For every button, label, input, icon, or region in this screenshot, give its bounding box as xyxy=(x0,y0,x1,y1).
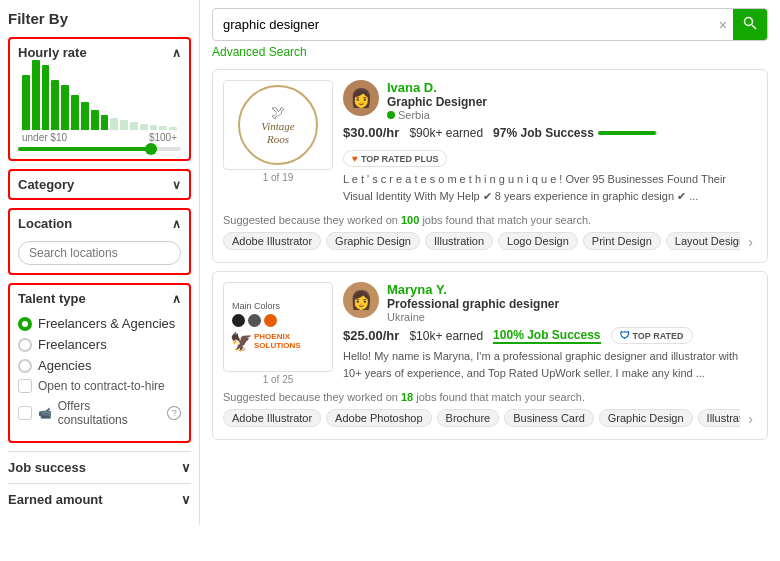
card-description-1: L e t ' s c r e a t e s o m e t h i n g … xyxy=(343,171,757,204)
talent-type-label: Talent type xyxy=(18,291,86,306)
location-search-container xyxy=(10,237,189,273)
job-success-chevron: ∨ xyxy=(181,460,191,475)
suggested-jobs-link-2[interactable]: 18 xyxy=(401,391,413,403)
tag-2-2[interactable]: Adobe Photoshop xyxy=(326,409,431,427)
vintage-text: VintageRoos xyxy=(261,120,294,146)
radio-dot xyxy=(22,321,28,327)
suggested-jobs-link-1[interactable]: 100 xyxy=(401,214,419,226)
tag-1-3[interactable]: Illustration xyxy=(425,232,493,250)
tags-more-chevron-2[interactable]: › xyxy=(744,409,757,429)
radio-freelancers-circle xyxy=(18,338,32,352)
category-label: Category xyxy=(18,177,74,192)
tag-2-4[interactable]: Business Card xyxy=(504,409,594,427)
job-success-filter[interactable]: Job success ∨ xyxy=(8,451,191,483)
bar-14 xyxy=(150,125,158,130)
location-label: Location xyxy=(18,216,72,231)
tags-more-chevron-1[interactable]: › xyxy=(744,232,757,252)
bar-6 xyxy=(71,95,79,130)
card-content-1: 👩 Ivana D. Graphic Designer Serbia xyxy=(343,80,757,208)
job-success-fill-1 xyxy=(598,131,656,135)
top-rated-badge-2: 🛡 TOP RATED xyxy=(611,327,693,344)
tag-2-1[interactable]: Adobe Illustrator xyxy=(223,409,321,427)
search-input[interactable] xyxy=(213,11,713,38)
radio-freelancers-label: Freelancers xyxy=(38,337,107,352)
job-success-2: 100% Job Success xyxy=(493,328,600,344)
talent-type-filter: Talent type ∧ Freelancers & Agencies Fre… xyxy=(8,283,191,443)
vintage-circle: 🕊 VintageRoos xyxy=(238,85,318,165)
freelancer-card-2: Main Colors 🦅 PHOENIXSOLUTIONS 1 of 25 xyxy=(212,271,768,440)
checkbox-contract-label: Open to contract-to-hire xyxy=(38,379,165,393)
tag-1-2[interactable]: Graphic Design xyxy=(326,232,420,250)
search-button[interactable] xyxy=(733,9,767,40)
earned-amount-label: Earned amount xyxy=(8,492,103,507)
tag-1-4[interactable]: Logo Design xyxy=(498,232,578,250)
search-icon xyxy=(743,16,757,30)
phoenix-bird-icon: 🦅 xyxy=(230,331,252,353)
slider-thumb[interactable] xyxy=(145,143,157,155)
color-dots xyxy=(232,314,277,327)
location-chevron: ∧ xyxy=(172,217,181,231)
category-filter: Category ∨ xyxy=(8,169,191,200)
radio-agencies-label: Agencies xyxy=(38,358,91,373)
card-content-2: 👩 Maryna Y. Professional graphic designe… xyxy=(343,282,757,385)
location-header[interactable]: Location ∧ xyxy=(10,210,189,237)
bar-16 xyxy=(169,127,177,130)
bar-15 xyxy=(159,126,167,130)
freelancer-card-1: 🕊 VintageRoos 1 of 19 👩 Ivana D. Graphic xyxy=(212,69,768,263)
person-info-1: Ivana D. Graphic Designer Serbia xyxy=(387,80,757,121)
tag-1-1[interactable]: Adobe Illustrator xyxy=(223,232,321,250)
histogram-labels: under $10 $100+ xyxy=(18,132,181,143)
hourly-rate-chevron: ∧ xyxy=(172,46,181,60)
advanced-search-link[interactable]: Advanced Search xyxy=(212,45,768,59)
checkbox-contract[interactable]: Open to contract-to-hire xyxy=(18,379,181,393)
video-icon: 📹 xyxy=(38,407,52,420)
card-top-2: 👩 Maryna Y. Professional graphic designe… xyxy=(343,282,757,323)
tag-2-3[interactable]: Brochure xyxy=(437,409,500,427)
tag-2-6[interactable]: Illustration xyxy=(698,409,741,427)
phoenix-text: PHOENIXSOLUTIONS xyxy=(254,333,301,351)
tag-1-5[interactable]: Print Design xyxy=(583,232,661,250)
avatar-icon-1: 👩 xyxy=(350,87,372,109)
card-logo-2: Main Colors 🦅 PHOENIXSOLUTIONS xyxy=(223,282,333,372)
badge-heart-icon: ♥ xyxy=(352,153,358,164)
histogram-slider[interactable] xyxy=(18,147,181,151)
location-filter: Location ∧ xyxy=(8,208,191,275)
help-icon[interactable]: ? xyxy=(167,406,181,420)
top-rated-plus-badge-1: ♥ TOP RATED PLUS xyxy=(343,150,447,167)
earned-amount-chevron: ∨ xyxy=(181,492,191,507)
radio-agencies-circle xyxy=(18,359,32,373)
bar-7 xyxy=(81,102,89,130)
hourly-rate-label: Hourly rate xyxy=(18,45,87,60)
earned-2: $10k+ earned xyxy=(409,329,483,343)
person-title-1: Graphic Designer xyxy=(387,95,757,109)
main-content: × Advanced Search 🕊 VintageRoos xyxy=(200,0,780,525)
card-top-1: 👩 Ivana D. Graphic Designer Serbia xyxy=(343,80,757,121)
job-success-1: 97% Job Success xyxy=(493,126,658,140)
person-info-2: Maryna Y. Professional graphic designer … xyxy=(387,282,757,323)
tag-1-6[interactable]: Layout Design xyxy=(666,232,741,250)
histogram-slider-fill xyxy=(18,147,157,151)
talent-type-header[interactable]: Talent type ∧ xyxy=(10,285,189,312)
histogram-min-label: under $10 xyxy=(22,132,67,143)
location-search-input[interactable] xyxy=(18,241,181,265)
bar-2 xyxy=(32,60,40,130)
tags-section-1: Adobe Illustrator Graphic Design Illustr… xyxy=(223,232,757,252)
checkbox-consult[interactable]: 📹 Offers consultations ? xyxy=(18,399,181,427)
histogram-bars xyxy=(18,70,181,130)
avatar-1: 👩 xyxy=(343,80,379,116)
tag-2-5[interactable]: Graphic Design xyxy=(599,409,693,427)
person-name-1[interactable]: Ivana D. xyxy=(387,80,757,95)
earned-amount-filter[interactable]: Earned amount ∨ xyxy=(8,483,191,515)
category-header[interactable]: Category ∨ xyxy=(10,171,189,198)
radio-freelancers[interactable]: Freelancers xyxy=(18,337,181,352)
rate-2: $25.00/hr xyxy=(343,328,399,343)
online-dot-1 xyxy=(387,111,395,119)
bar-3 xyxy=(42,65,50,130)
radio-agencies[interactable]: Agencies xyxy=(18,358,181,373)
card-inner-1: 🕊 VintageRoos 1 of 19 👩 Ivana D. Graphic xyxy=(223,80,757,208)
checkbox-consult-box xyxy=(18,406,32,420)
search-clear-button[interactable]: × xyxy=(713,17,733,33)
bar-8 xyxy=(91,110,99,130)
person-name-2[interactable]: Maryna Y. xyxy=(387,282,757,297)
radio-freelancers-agencies[interactable]: Freelancers & Agencies xyxy=(18,316,181,331)
